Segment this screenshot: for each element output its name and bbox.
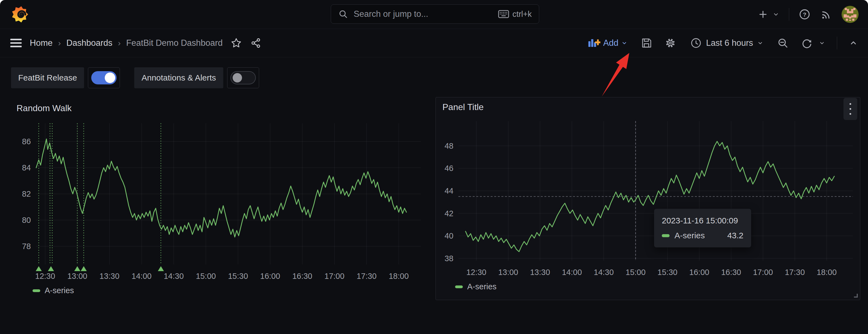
chart-canvas[interactable]: 788082848612:3013:0013:3014:0014:3015:00…	[8, 116, 426, 284]
panel-header: Panel Title	[436, 97, 860, 115]
help-button[interactable]: ?	[799, 8, 811, 21]
svg-text:12:30: 12:30	[466, 268, 487, 277]
svg-text:18:00: 18:00	[389, 272, 409, 280]
zoom-out-time-button[interactable]	[777, 37, 789, 49]
search-input[interactable]: Search or jump to... ctrl+k	[331, 4, 539, 24]
chart-tooltip: 2023-11-16 15:00:09 A-series 43.2	[654, 209, 751, 247]
switch-off[interactable]	[230, 71, 256, 84]
svg-text:84: 84	[22, 163, 31, 172]
help-icon: ?	[799, 8, 811, 21]
svg-text:15:00: 15:00	[626, 268, 646, 277]
svg-text:16:30: 16:30	[292, 272, 312, 280]
panel-panel-title: Panel Title 38404244464812:3013:0013:301…	[435, 97, 860, 300]
legend-series-color	[33, 289, 40, 292]
control-annotations-alerts: Annotations & Alerts	[134, 67, 259, 88]
svg-text:16:00: 16:00	[689, 268, 710, 277]
search-icon	[338, 9, 348, 19]
hamburger-icon	[10, 38, 22, 48]
topbar-divider	[789, 8, 789, 21]
control-label-featbit-release: FeatBit Release	[11, 67, 84, 88]
save-dashboard-button[interactable]	[641, 37, 652, 49]
grafana-logo[interactable]	[11, 5, 29, 23]
save-icon	[641, 37, 652, 49]
svg-text:44: 44	[444, 186, 454, 195]
share-button[interactable]	[250, 37, 261, 49]
svg-text:14:30: 14:30	[164, 272, 184, 280]
topbar-actions: ?	[757, 0, 859, 29]
chevron-down-icon	[621, 40, 628, 46]
svg-text:13:00: 13:00	[67, 272, 87, 280]
chevron-down-icon	[819, 40, 825, 46]
breadcrumb-separator: ›	[118, 38, 121, 48]
breadcrumb: Home›Dashboards›FeatBit Demo Dashboard	[30, 38, 223, 48]
kebab-icon	[849, 102, 852, 116]
user-avatar[interactable]	[841, 6, 859, 23]
time-series-chart-panel-title[interactable]: 38404244464812:3013:0013:3014:0014:3015:…	[436, 115, 860, 291]
svg-text:16:30: 16:30	[721, 268, 741, 277]
svg-text:78: 78	[22, 242, 31, 251]
collapse-toolbar-button[interactable]	[849, 38, 858, 48]
svg-text:15:00: 15:00	[196, 272, 216, 280]
chart-canvas[interactable]: 38404244464812:3013:0013:3014:0014:3015:…	[436, 115, 859, 280]
tooltip-series-color	[662, 234, 670, 237]
share-icon	[250, 37, 261, 49]
legend-series-label[interactable]: A-series	[45, 286, 74, 295]
toggle-featbit-release[interactable]	[88, 67, 120, 88]
avatar-image	[841, 6, 859, 23]
control-label-annotations-alerts: Annotations & Alerts	[134, 67, 223, 88]
new-button[interactable]	[757, 9, 779, 20]
news-rss-button[interactable]	[820, 8, 832, 21]
star-icon	[230, 37, 242, 49]
breadcrumb-separator: ›	[58, 38, 61, 48]
svg-text:13:30: 13:30	[99, 272, 120, 280]
breadcrumb-item-home[interactable]: Home	[30, 38, 53, 48]
svg-text:12:30: 12:30	[35, 272, 55, 280]
svg-text:14:00: 14:00	[131, 272, 152, 280]
svg-text:46: 46	[444, 164, 454, 173]
add-label: Add	[603, 38, 618, 48]
refresh-button[interactable]	[801, 37, 825, 49]
svg-text:14:00: 14:00	[562, 268, 582, 277]
legend-series-label[interactable]: A-series	[467, 282, 496, 291]
time-range-picker[interactable]: Last 6 hours	[688, 37, 765, 49]
chevron-down-icon	[757, 40, 764, 46]
mega-menu-button[interactable]	[10, 38, 22, 48]
svg-text:17:00: 17:00	[753, 268, 773, 277]
dashboard-settings-button[interactable]	[664, 37, 677, 49]
rss-icon	[820, 8, 832, 21]
grafana-logo-icon	[11, 5, 29, 23]
tooltip-series-name: A-series	[675, 231, 705, 240]
keyboard-icon	[498, 10, 509, 18]
svg-text:38: 38	[444, 254, 454, 263]
shortcut-label: ctrl+k	[513, 10, 532, 19]
gear-icon	[664, 37, 677, 49]
svg-text:15:30: 15:30	[657, 268, 678, 277]
annotation-markers[interactable]	[36, 123, 164, 271]
svg-text:13:30: 13:30	[530, 268, 550, 277]
switch-knob	[232, 73, 242, 83]
svg-text:17:30: 17:30	[785, 268, 805, 277]
gridlines: 788082848612:3013:0013:3014:0014:3015:00…	[22, 123, 421, 280]
svg-text:13:00: 13:00	[498, 268, 518, 277]
svg-text:42: 42	[444, 209, 454, 218]
add-panel-icon	[588, 37, 600, 49]
switch-on[interactable]	[91, 71, 117, 84]
svg-text:40: 40	[444, 232, 454, 240]
breadcrumb-item-dashboards[interactable]: Dashboards	[66, 38, 113, 48]
add-panel-button[interactable]: Add	[586, 37, 629, 49]
panel-title[interactable]: Panel Title	[442, 102, 843, 112]
panel-resize-handle[interactable]	[852, 292, 858, 298]
time-series-chart-random-walk[interactable]: 788082848612:3013:0013:3014:0014:3015:00…	[8, 116, 426, 295]
tooltip-timestamp: 2023-11-16 15:00:09	[662, 216, 743, 225]
control-featbit-release: FeatBit Release	[11, 67, 120, 88]
toggle-annotations-alerts[interactable]	[227, 67, 259, 88]
panel-title[interactable]: Random Walk	[8, 99, 426, 116]
favorite-star-button[interactable]	[230, 37, 242, 49]
svg-text:82: 82	[22, 189, 31, 198]
dashboard-controls: FeatBit ReleaseAnnotations & Alerts	[11, 67, 259, 88]
svg-text:14:30: 14:30	[594, 268, 614, 277]
gridlines: 38404244464812:3013:0013:3014:0014:3015:…	[444, 121, 853, 277]
svg-text:?: ?	[803, 11, 807, 18]
svg-text:80: 80	[22, 216, 31, 224]
svg-text:48: 48	[444, 142, 454, 150]
